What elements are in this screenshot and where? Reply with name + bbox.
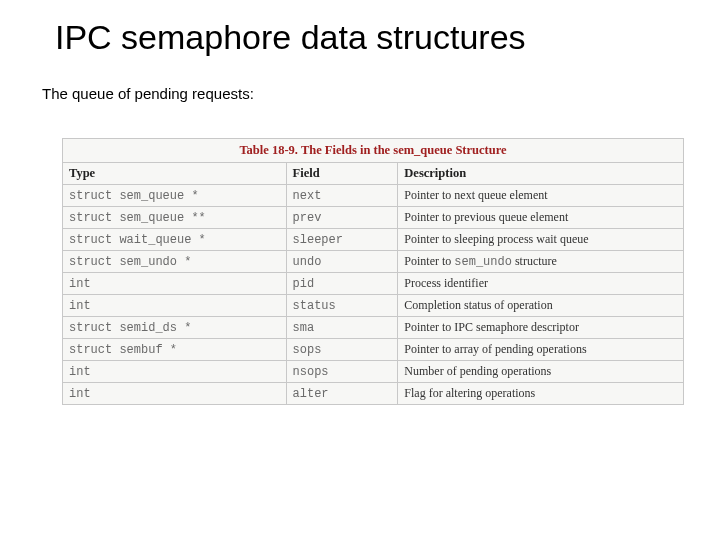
cell-description: Pointer to array of pending operations	[398, 339, 684, 361]
cell-description: Pointer to sleeping process wait queue	[398, 229, 684, 251]
cell-field: nsops	[286, 361, 398, 383]
header-desc: Description	[398, 163, 684, 185]
cell-field: sleeper	[286, 229, 398, 251]
cell-field: undo	[286, 251, 398, 273]
desc-text: Flag for altering operations	[404, 386, 535, 400]
table-row: intstatusCompletion status of operation	[63, 295, 684, 317]
table-container: Table 18-9. The Fields in the sem_queue …	[62, 138, 684, 405]
table-caption: Table 18-9. The Fields in the sem_queue …	[62, 138, 684, 162]
cell-field: pid	[286, 273, 398, 295]
cell-description: Completion status of operation	[398, 295, 684, 317]
table-row: struct sem_undo *undoPointer to sem_undo…	[63, 251, 684, 273]
cell-description: Pointer to next queue element	[398, 185, 684, 207]
desc-text: Completion status of operation	[404, 298, 552, 312]
table-row: intpidProcess identifier	[63, 273, 684, 295]
cell-description: Process identifier	[398, 273, 684, 295]
header-field: Field	[286, 163, 398, 185]
desc-text: Pointer to sleeping process wait queue	[404, 232, 588, 246]
cell-type: struct sem_undo *	[63, 251, 287, 273]
slide: IPC semaphore data structures The queue …	[0, 0, 720, 540]
desc-text-post: structure	[512, 254, 557, 268]
cell-type: struct sembuf *	[63, 339, 287, 361]
table-body: struct sem_queue *nextPointer to next qu…	[63, 185, 684, 405]
cell-type: struct sem_queue *	[63, 185, 287, 207]
table-row: struct sembuf *sopsPointer to array of p…	[63, 339, 684, 361]
cell-description: Pointer to IPC semaphore descriptor	[398, 317, 684, 339]
desc-text: Pointer to IPC semaphore descriptor	[404, 320, 579, 334]
cell-type: struct sem_queue **	[63, 207, 287, 229]
desc-code: sem_undo	[454, 255, 512, 269]
cell-field: status	[286, 295, 398, 317]
cell-description: Pointer to previous queue element	[398, 207, 684, 229]
desc-text: Process identifier	[404, 276, 488, 290]
table-row: intalterFlag for altering operations	[63, 383, 684, 405]
sem-queue-table: Table 18-9. The Fields in the sem_queue …	[62, 138, 684, 405]
cell-field: prev	[286, 207, 398, 229]
cell-description: Flag for altering operations	[398, 383, 684, 405]
cell-type: int	[63, 383, 287, 405]
cell-type: int	[63, 361, 287, 383]
desc-text: Pointer to next queue element	[404, 188, 547, 202]
cell-description: Pointer to sem_undo structure	[398, 251, 684, 273]
cell-description: Number of pending operations	[398, 361, 684, 383]
cell-field: alter	[286, 383, 398, 405]
cell-type: int	[63, 295, 287, 317]
table-row: struct sem_queue **prevPointer to previo…	[63, 207, 684, 229]
cell-field: sma	[286, 317, 398, 339]
desc-text: Pointer to	[404, 254, 454, 268]
table-row: struct wait_queue *sleeperPointer to sle…	[63, 229, 684, 251]
cell-field: sops	[286, 339, 398, 361]
cell-type: int	[63, 273, 287, 295]
table-row: intnsopsNumber of pending operations	[63, 361, 684, 383]
desc-text: Number of pending operations	[404, 364, 551, 378]
desc-text: Pointer to previous queue element	[404, 210, 568, 224]
subtitle: The queue of pending requests:	[42, 85, 720, 102]
table-header-row: Type Field Description	[63, 163, 684, 185]
cell-field: next	[286, 185, 398, 207]
page-title: IPC semaphore data structures	[55, 18, 720, 57]
cell-type: struct semid_ds *	[63, 317, 287, 339]
header-type: Type	[63, 163, 287, 185]
table-row: struct sem_queue *nextPointer to next qu…	[63, 185, 684, 207]
table-row: struct semid_ds *smaPointer to IPC semap…	[63, 317, 684, 339]
desc-text: Pointer to array of pending operations	[404, 342, 586, 356]
cell-type: struct wait_queue *	[63, 229, 287, 251]
